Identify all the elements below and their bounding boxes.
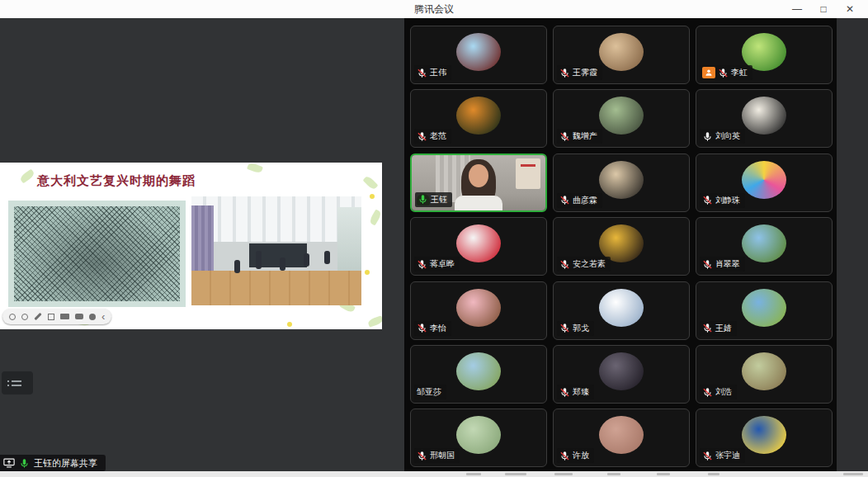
maximize-button[interactable]: □ xyxy=(810,0,837,18)
participant-name-bar: 邹亚莎 xyxy=(414,385,446,399)
participant-name: 老范 xyxy=(430,130,446,142)
toolbar-fragment xyxy=(708,473,719,475)
participant-name: 安之若素 xyxy=(573,258,606,270)
avatar xyxy=(456,352,501,390)
circle-icon[interactable] xyxy=(9,314,16,320)
participant-name: 李怡 xyxy=(430,323,446,334)
mic-icon xyxy=(559,323,570,333)
participant-tile[interactable]: 王伟 xyxy=(410,26,547,84)
participant-name-bar: 张宇迪 xyxy=(700,448,745,463)
avatar xyxy=(599,97,644,135)
participant-tile[interactable]: 邢朝国 xyxy=(410,409,547,467)
studio-person xyxy=(256,251,262,269)
leaf-decoration xyxy=(247,163,263,174)
participant-tile[interactable]: 曲彦霖 xyxy=(553,153,690,212)
participant-tile[interactable]: 郑臻 xyxy=(553,345,690,404)
mic-icon xyxy=(718,68,729,78)
annotation-toolbar[interactable]: ‹ xyxy=(2,309,111,324)
participant-tile[interactable]: 老范 xyxy=(410,89,547,148)
studio-ceiling xyxy=(191,196,361,242)
dance-studio-photo xyxy=(191,196,361,305)
bottom-toolbar-strip xyxy=(0,471,868,477)
participant-tile[interactable]: 王霁霞 xyxy=(553,26,690,84)
participant-tile[interactable]: 郭戈 xyxy=(553,281,690,340)
expand-icon[interactable] xyxy=(48,314,54,320)
title-bar: 腾讯会议 — □ ✕ xyxy=(0,0,868,18)
participant-tile[interactable]: 肖翠翠 xyxy=(696,217,833,276)
mic-icon xyxy=(702,323,713,333)
avatar xyxy=(742,161,786,199)
participant-tile[interactable]: 蒋卓晔 xyxy=(410,217,547,276)
host-badge-icon xyxy=(702,67,715,78)
participant-tile[interactable]: 王婧 xyxy=(696,281,833,340)
participant-tile[interactable]: 邹亚莎 xyxy=(410,345,547,404)
mic-icon xyxy=(559,387,570,398)
mic-icon xyxy=(417,68,427,78)
participant-tile[interactable]: 魏增产 xyxy=(553,89,690,148)
participant-name: 郭戈 xyxy=(573,323,589,334)
screen-share-status: 王钰的屏幕共享 xyxy=(0,455,106,471)
participant-name: 王婧 xyxy=(715,323,732,334)
participant-tile[interactable]: 王钰 xyxy=(410,153,547,212)
toolbar-fragment xyxy=(466,473,481,475)
participant-name-bar: 蒋卓晔 xyxy=(414,257,460,272)
pencil-icon[interactable] xyxy=(34,313,41,320)
participant-tile[interactable]: 刘静珠 xyxy=(696,153,833,212)
participant-name: 王钰 xyxy=(431,194,447,205)
circle-icon[interactable] xyxy=(21,314,28,320)
shared-slide: 意大利文艺复兴时期的舞蹈 xyxy=(0,163,382,329)
avatar xyxy=(599,161,644,199)
studio-person xyxy=(280,257,285,271)
avatar xyxy=(456,33,501,71)
participant-tile[interactable]: 李虹 xyxy=(696,26,833,84)
participant-name: 肖翠翠 xyxy=(715,258,740,270)
minimize-button[interactable]: — xyxy=(784,0,810,18)
participant-name: 郑臻 xyxy=(573,386,589,398)
list-button[interactable] xyxy=(2,371,33,394)
participant-name-bar: 李怡 xyxy=(414,321,451,336)
participants-grid: 王伟 王霁霞 xyxy=(404,18,837,471)
chat-icon[interactable] xyxy=(75,314,83,319)
avatar xyxy=(456,224,501,262)
mic-icon xyxy=(417,194,428,205)
globe-icon[interactable] xyxy=(89,314,96,320)
screen-share-label: 王钰的屏幕共享 xyxy=(34,457,97,470)
leaf-decoration xyxy=(367,315,382,328)
participant-name: 魏增产 xyxy=(573,130,597,142)
mic-icon xyxy=(702,195,713,205)
studio-person xyxy=(304,253,309,267)
participant-tile[interactable]: 许放 xyxy=(553,409,690,467)
participant-name-bar: 王婧 xyxy=(700,321,737,336)
toolbar-fragment xyxy=(505,473,526,475)
dot-decoration xyxy=(287,322,292,327)
participant-name-bar: 魏增产 xyxy=(557,129,602,144)
mic-icon xyxy=(559,259,570,270)
participant-name: 张宇迪 xyxy=(715,450,740,461)
participant-tile[interactable]: 李怡 xyxy=(410,281,547,340)
avatar xyxy=(599,33,644,71)
mic-icon xyxy=(417,323,427,333)
chevron-icon[interactable]: ‹ xyxy=(101,311,105,322)
mic-icon xyxy=(702,259,713,270)
mic-icon xyxy=(702,131,713,142)
monitor-icon[interactable] xyxy=(60,314,69,319)
renaissance-engraving-image xyxy=(8,201,186,307)
participant-name: 邢朝国 xyxy=(430,450,455,461)
meeting-window: 腾讯会议 — □ ✕ 意大利文艺复兴时期的舞蹈 xyxy=(0,0,868,477)
video-person xyxy=(455,196,502,212)
mic-icon xyxy=(559,451,570,461)
slide-title: 意大利文艺复兴时期的舞蹈 xyxy=(37,173,196,189)
participant-tile[interactable]: 安之若素 xyxy=(553,217,690,276)
avatar xyxy=(456,416,501,454)
studio-person xyxy=(324,251,330,264)
participant-name: 李虹 xyxy=(731,67,748,78)
mic-icon xyxy=(559,131,570,142)
participant-tile[interactable]: 刘向英 xyxy=(696,89,833,148)
close-button[interactable]: ✕ xyxy=(837,0,863,18)
participant-tile[interactable]: 张宇迪 xyxy=(696,409,833,467)
participant-tile[interactable]: 刘浩 xyxy=(696,345,833,404)
participant-name-bar: 刘浩 xyxy=(700,385,737,399)
studio-mirror xyxy=(337,207,361,275)
mic-icon xyxy=(559,68,570,78)
toolbar-fragment xyxy=(554,473,573,475)
